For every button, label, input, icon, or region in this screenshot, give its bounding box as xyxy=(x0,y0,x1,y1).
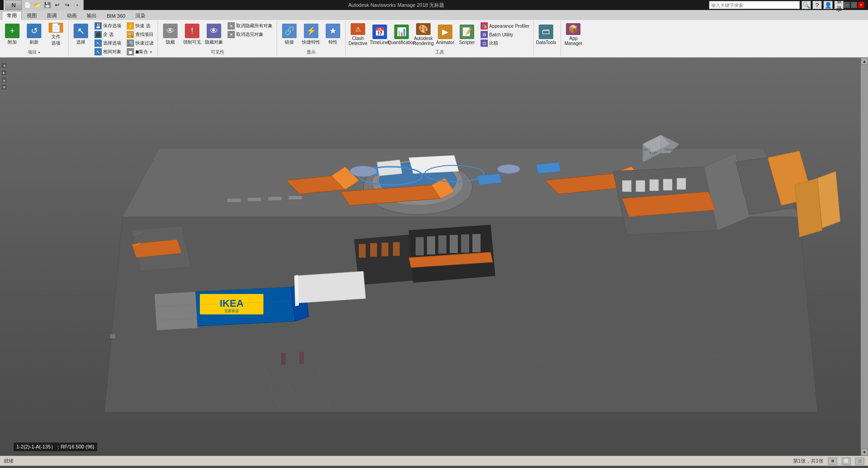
btn-appman-label: App Manager xyxy=(564,36,582,46)
status-grid-btn[interactable]: ⊞ xyxy=(828,458,837,465)
svg-rect-40 xyxy=(650,179,659,191)
btn-cancel-sel[interactable]: ✕ 取消选完对象 xyxy=(225,30,275,39)
btn-batch[interactable]: ⚙ Batch Utility xyxy=(478,30,531,39)
tab-动画[interactable]: 动画 xyxy=(62,11,82,20)
tab-视图[interactable]: 视图 xyxy=(22,11,42,20)
btn-required-label: 强制可见 xyxy=(183,39,201,45)
left-tool-3[interactable]: ▲ xyxy=(1,77,7,83)
window-controls: — □ ✕ xyxy=(843,2,864,8)
coord-label: 1-2(2)-1-A(-135）：RF/16.500 (96) xyxy=(14,443,97,451)
status-3d-btn[interactable]: ◻ xyxy=(855,458,864,465)
maximize-button[interactable]: □ xyxy=(851,2,857,8)
btn-data-label: DataTools xyxy=(536,40,556,45)
btn-rendering[interactable]: 🎨 AutodeskRendering xyxy=(413,22,434,47)
btn-quick-hide-label: 快速过滤 xyxy=(135,40,154,46)
file-icon: 📄 xyxy=(49,23,63,33)
btn-file[interactable]: 📄 文件选项 xyxy=(45,22,66,47)
quick-sel-icon: ⚡ xyxy=(127,22,134,30)
minimize-button[interactable]: — xyxy=(843,2,850,8)
group-visibility-content: 👁 隐藏 ! 强制可见 👁 隐藏对象 ✕ 取消隐藏所有对象 xyxy=(160,22,275,48)
refresh-icon: ↺ xyxy=(27,24,41,38)
search-button[interactable]: 🔍 xyxy=(802,1,811,9)
btn-feature[interactable]: ★ 特性 xyxy=(322,22,343,47)
search-area: 🔍 ? 👤 登录 xyxy=(709,1,843,9)
qa-redo[interactable]: ↪ xyxy=(63,0,72,10)
btn-quant-label: Quantification xyxy=(387,40,415,45)
group-tools-content: ⚠ ClashDetective 📅 TimeLiner 📊 Quantific… xyxy=(347,22,531,48)
btn-compare-label: 比较 xyxy=(489,40,498,46)
btn-scripter[interactable]: 📝 Scripter xyxy=(456,22,477,47)
btn-sel-opts[interactable]: ↖ 选择选项 xyxy=(92,39,124,47)
left-tool-2[interactable]: ► xyxy=(1,70,7,76)
qa-new[interactable]: 📄 xyxy=(23,0,32,10)
btn-data[interactable]: 🗃 DataTools xyxy=(536,22,556,47)
btn-cancel-hide[interactable]: ✕ 取消隐藏所有对象 xyxy=(225,22,275,30)
signin-button[interactable]: 登录 xyxy=(834,1,843,9)
btn-hide-merge[interactable]: ◼ ◼集合 ▼ xyxy=(124,48,156,56)
btn-visible[interactable]: 👁 隐藏对象 xyxy=(203,22,224,47)
right-scrollbar[interactable]: ▲ ▼ xyxy=(861,58,868,456)
btn-timeline-label: TimeLiner xyxy=(370,40,390,45)
btn-batch-label: Batch Utility xyxy=(489,32,513,37)
btn-appear[interactable]: 🎭 Appearance Profiler xyxy=(478,22,531,30)
btn-quick-hide[interactable]: 🔎 快速过滤 xyxy=(124,39,156,47)
btn-all-label: 全 选 xyxy=(103,31,114,38)
save-sel-icon: 💾 xyxy=(94,22,102,30)
scroll-up[interactable]: ▲ xyxy=(861,58,868,65)
tab-常用[interactable]: 常用 xyxy=(2,11,22,20)
search-input[interactable] xyxy=(709,1,800,9)
svg-rect-68 xyxy=(461,234,469,253)
btn-appman[interactable]: 📦 App Manager xyxy=(563,22,584,47)
btn-select-label: 选择 xyxy=(76,39,85,45)
btn-compare[interactable]: ⚖ 比较 xyxy=(478,39,531,47)
group-project-dropdown[interactable]: ▼ xyxy=(38,51,41,54)
viewport[interactable]: IKEA 宜家家居 xyxy=(0,58,868,456)
scroll-down[interactable]: ▼ xyxy=(861,448,868,456)
tab-渲染[interactable]: 渲染 xyxy=(130,11,150,20)
svg-marker-55 xyxy=(154,292,198,330)
btn-link[interactable]: 🔗 链接 xyxy=(279,22,300,47)
btn-animator[interactable]: ▶ Animator xyxy=(435,22,456,47)
tab-面调[interactable]: 面调 xyxy=(42,11,62,20)
group-display-content: 🔗 链接 ⚡ 快捷特性 ★ 特性 xyxy=(279,22,343,48)
batch-icon: ⚙ xyxy=(481,31,488,38)
group-project-content: + 附加 ↺ 刷新 📄 文件选项 xyxy=(2,22,66,48)
btn-refresh[interactable]: ↺ 刷新 xyxy=(24,22,45,47)
btn-quantification[interactable]: 📊 Quantification xyxy=(391,22,412,47)
btn-prop[interactable]: ⚡ 快捷特性 xyxy=(301,22,322,47)
qa-save[interactable]: 💾 xyxy=(43,0,52,10)
btn-timeline[interactable]: 📅 TimeLiner xyxy=(369,22,390,47)
btn-feature-label: 特性 xyxy=(328,39,337,45)
user-button[interactable]: 👤 xyxy=(823,1,833,9)
clash-icon: ⚠ xyxy=(351,23,365,35)
tab-bim360[interactable]: BIM 360 xyxy=(102,11,130,20)
btn-select[interactable]: ↖ 选择 xyxy=(70,22,91,47)
left-tool-1[interactable]: ◄ xyxy=(1,62,7,69)
status-view-btn[interactable]: ⬜ xyxy=(842,458,851,465)
btn-visible-label: 隐藏对象 xyxy=(205,39,223,45)
statusbar: 就绪 第1张，共1张 ⊞ ⬜ ◻ xyxy=(0,456,868,466)
close-button[interactable]: ✕ xyxy=(858,2,864,8)
left-tool-4[interactable]: ▼ xyxy=(1,84,7,90)
tab-输出[interactable]: 输出 xyxy=(82,11,102,20)
btn-find[interactable]: 🔍 查找项目 xyxy=(124,30,156,39)
btn-required[interactable]: ! 强制可见 xyxy=(182,22,203,47)
qa-dropdown[interactable]: ▼ xyxy=(73,0,82,10)
btn-all[interactable]: ⬛ 全 选 xyxy=(92,30,124,39)
svg-rect-78 xyxy=(288,196,302,199)
visible-icon: 👁 xyxy=(207,24,221,38)
svg-rect-105 xyxy=(300,352,303,363)
btn-save-sel[interactable]: 💾 保存选项 xyxy=(92,22,124,30)
btn-quick-sel[interactable]: ⚡ 快速 选 xyxy=(124,22,156,30)
qa-undo[interactable]: ↩ xyxy=(53,0,62,10)
btn-clash[interactable]: ⚠ ClashDetective xyxy=(347,22,368,47)
qa-open[interactable]: 📂 xyxy=(33,0,42,10)
btn-hide[interactable]: 👁 隐藏 xyxy=(160,22,181,47)
help-button[interactable]: ? xyxy=(813,1,822,9)
scroll-track[interactable] xyxy=(861,65,868,448)
svg-rect-66 xyxy=(438,235,446,254)
n-button[interactable]: N xyxy=(5,0,22,10)
btn-add[interactable]: + 附加 xyxy=(2,22,23,47)
btn-sel-plus[interactable]: ↖ 相间对象 xyxy=(92,48,124,56)
script-icon: 📝 xyxy=(460,25,474,39)
